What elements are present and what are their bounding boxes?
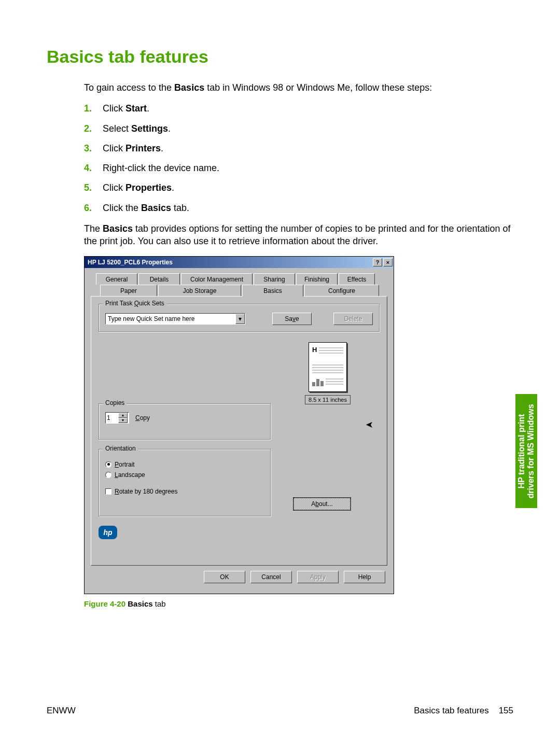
tab-color-management[interactable]: Color Management [181,273,253,285]
step-1-post: . [147,103,149,114]
landscape-radio[interactable]: Landscape [105,471,264,479]
step-3: Click Printers. [84,142,513,154]
preview-h: H [312,346,317,355]
para-post: tab provides options for setting the num… [84,223,511,246]
step-6-bold: Basics [141,203,171,213]
footer-title: Basics tab features [414,706,489,715]
step-4: Right-click the device name. [84,162,513,174]
tab-panel-basics: Print Task Quick Sets ▾ Save Delete [91,296,387,566]
step-3-pre: Click [103,143,125,153]
quickset-name-input[interactable] [106,314,235,324]
copies-up-button[interactable]: ▲ [118,413,128,418]
radio-icon [105,461,111,468]
dialog-button-bar: OK Cancel Apply Help [91,566,387,587]
footer-left: ENWW [47,706,76,716]
quickset-dropdown-button[interactable]: ▾ [235,314,245,324]
figure-tail: tab [153,599,166,608]
hp-logo-icon: hp [99,526,117,539]
rotate-checkbox[interactable]: Rotate by 180 degrees [105,488,264,495]
copies-down-button[interactable]: ▼ [118,418,128,423]
step-6: Click the Basics tab. [84,202,513,214]
tab-effects[interactable]: Effects [339,273,375,285]
footer-page-number: 155 [499,706,513,715]
quickset-name-combo[interactable]: ▾ [105,313,245,325]
chapter-side-tab: HP traditional print drivers for MS Wind… [515,394,537,508]
intro-post: tab in Windows 98 or Windows Me, follow … [204,82,432,93]
step-1-bold: Start [125,103,147,114]
para-pre: The [84,223,103,234]
tab-strip: General Details Color Management Sharing… [91,273,387,566]
step-3-bold: Printers [125,143,161,153]
copies-input[interactable] [106,414,118,421]
portrait-radio[interactable]: Portrait [105,461,264,468]
step-6-pre: Click the [103,203,141,213]
step-2: Select Settings. [84,122,513,135]
paper-preview-icon: H [309,342,347,392]
step-1-pre: Click [103,103,125,114]
orientation-group: Orientation Portrait Landscape Rotate by… [99,449,271,516]
steps-list: Click Start. Select Settings. Click Prin… [84,102,513,214]
intro-pre: To gain access to the [84,82,174,93]
side-tab-line1: HP traditional print [517,414,526,488]
ok-button[interactable]: OK [204,571,245,583]
figure-number: Figure 4-20 [84,599,125,608]
cancel-button[interactable]: Cancel [250,571,292,583]
description-paragraph: The Basics tab provides options for sett… [84,222,513,248]
window-title: HP LJ 5200_PCL6 Properties [88,259,372,266]
help-button[interactable]: Help [344,571,385,583]
tab-basics[interactable]: Basics [242,285,303,297]
page-preview: H 8.5 x 11 inches [305,342,351,404]
tab-paper[interactable]: Paper [100,285,157,296]
rotate-label: Rotate by 180 degrees [115,488,177,495]
footer-right: Basics tab features 155 [414,706,513,716]
tab-general[interactable]: General [96,273,137,285]
orientation-label: Orientation [103,445,138,452]
step-5-post: . [172,182,174,193]
cursor-icon: ➤ [366,419,373,430]
copies-spinner[interactable]: ▲ ▼ [105,412,129,424]
delete-button: Delete [333,313,373,325]
step-3-post: . [161,143,163,153]
tab-configure[interactable]: Configure [304,285,379,296]
step-1: Click Start. [84,102,513,115]
step-2-pre: Select [103,123,131,134]
copy-label: Copy [135,414,150,421]
tab-sharing[interactable]: Sharing [254,273,295,285]
page-footer: ENWW Basics tab features 155 [47,706,513,716]
close-button[interactable]: × [383,258,393,266]
save-button[interactable]: Save [272,313,312,325]
copies-group: Copies ▲ ▼ Copy [99,403,271,440]
step-5-bold: Properties [125,182,172,193]
step-2-bold: Settings [131,123,168,134]
dialog-screenshot: HP LJ 5200_PCL6 Properties ? × General D… [84,256,513,594]
about-button[interactable]: About... [293,498,351,510]
figure-caption: Figure 4-20 Basics tab [84,599,513,608]
intro-paragraph: To gain access to the Basics tab in Wind… [84,81,513,94]
apply-button: Apply [297,571,339,583]
properties-dialog: HP LJ 5200_PCL6 Properties ? × General D… [84,256,394,594]
context-help-button[interactable]: ? [373,258,382,266]
section-heading: Basics tab features [47,47,513,67]
copies-label: Copies [103,399,127,406]
checkbox-icon [105,488,111,495]
figure-bold: Basics [128,599,152,608]
paper-size-label: 8.5 x 11 inches [305,395,351,404]
tab-details[interactable]: Details [138,273,180,285]
tab-finishing[interactable]: Finishing [296,273,338,285]
step-2-post: . [168,123,171,134]
portrait-label: Portrait [115,461,135,468]
quicksets-group: Print Task Quick Sets ▾ Save Delete [99,304,380,332]
intro-bold: Basics [174,82,204,93]
landscape-label: Landscape [115,471,145,479]
titlebar: HP LJ 5200_PCL6 Properties ? × [85,257,394,268]
quicksets-label: Print Task Quick Sets [103,300,166,307]
chevron-down-icon: ▾ [239,315,242,322]
side-tab-line2: drivers for MS Windows [526,404,535,498]
tab-job-storage[interactable]: Job Storage [158,285,241,296]
radio-icon [105,472,111,478]
para-bold: Basics [103,223,133,234]
step-6-post: tab. [171,203,189,213]
step-5: Click Properties. [84,181,513,194]
step-5-pre: Click [103,182,125,193]
